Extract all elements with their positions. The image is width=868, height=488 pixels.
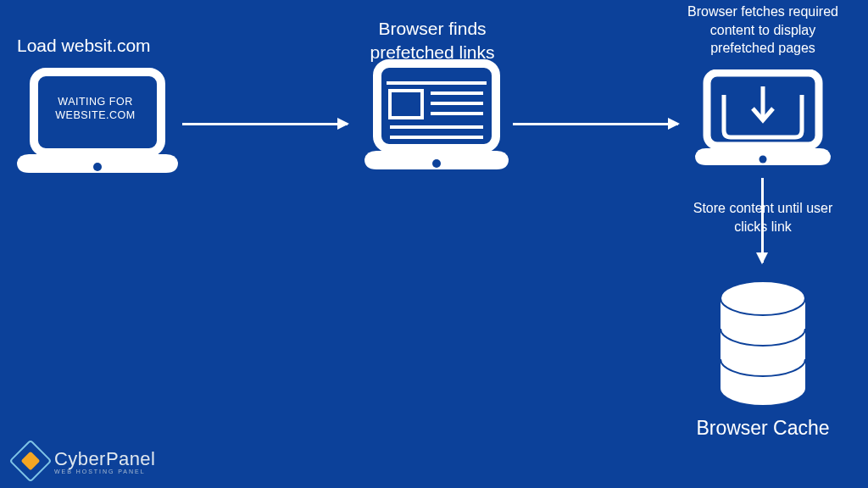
laptop-download-icon: [695, 69, 831, 171]
brand-name: CyberPanel: [54, 448, 155, 470]
svg-point-1: [93, 163, 102, 171]
arrow-step3-to-cache: [761, 178, 764, 263]
arrow-step1-to-step2: [182, 123, 348, 125]
brand-logo-mark-icon: [9, 440, 53, 483]
svg-rect-5: [390, 91, 422, 118]
laptop-waiting-icon: [17, 68, 178, 178]
step1-label: Load websit.com: [17, 34, 151, 58]
brand-logo: CyberPanel WEB HOSTING PANEL: [15, 446, 155, 476]
brand-tagline: WEB HOSTING PANEL: [54, 469, 155, 474]
step2-label: Browser finds prefetched links: [348, 17, 517, 65]
laptop-waiting-screen-text: WAITING FOR WEBSITE.COM: [51, 95, 140, 123]
step3-label: Browser fetches required content to disp…: [678, 3, 848, 58]
database-icon: [719, 280, 807, 410]
laptop-page-icon: [364, 59, 509, 178]
svg-point-12: [760, 156, 767, 164]
arrow-step2-to-step3: [513, 123, 678, 125]
svg-point-3: [432, 159, 441, 168]
svg-point-14: [721, 281, 805, 315]
cache-label: Browser Cache: [678, 415, 848, 441]
